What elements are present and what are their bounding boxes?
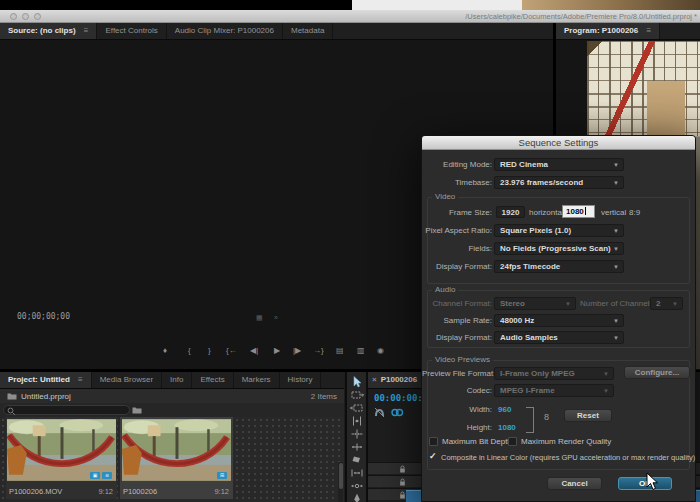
bin-name[interactable]: Untitled.prproj xyxy=(21,392,71,401)
preview-width-value[interactable]: 960 xyxy=(498,405,511,414)
preview-file-format-label: Preview File Format: xyxy=(422,369,492,378)
cancel-button[interactable]: Cancel xyxy=(547,477,602,490)
chevron-down-icon: ▼ xyxy=(603,371,609,377)
audio-badge-icon[interactable]: ≋ xyxy=(102,472,112,479)
tab-markers[interactable]: Markers xyxy=(234,372,280,388)
reset-button[interactable]: Reset xyxy=(564,409,612,422)
panel-menu-icon[interactable]: ≡ xyxy=(78,375,83,384)
ripple-edit-tool-icon[interactable] xyxy=(350,415,364,427)
selection-tool-icon[interactable] xyxy=(350,376,364,388)
export-frame-icon[interactable]: ◉ xyxy=(377,346,384,355)
track-lock-icon[interactable] xyxy=(399,478,406,487)
os-titlebar: /Users/calebpike/Documents/Adobe/Premier… xyxy=(0,10,700,23)
step-forward-icon[interactable]: |▶ xyxy=(293,346,301,355)
frame-width-field[interactable]: 1920 xyxy=(496,206,525,218)
video-previews-section-label: Video Previews xyxy=(432,355,493,364)
rate-stretch-tool-icon[interactable] xyxy=(350,441,364,453)
editing-mode-dropdown[interactable]: RED Cinema▼ xyxy=(494,158,624,171)
max-bit-depth-checkbox[interactable] xyxy=(429,437,438,446)
linked-selection-icon[interactable] xyxy=(390,407,404,418)
search-input[interactable] xyxy=(3,405,130,415)
text-caret xyxy=(585,207,586,215)
bin-folder-icon xyxy=(7,392,17,400)
project-panel: Project: Untitled ≡ Media Browser Info E… xyxy=(0,372,344,502)
max-render-quality-label: Maximum Render Quality xyxy=(521,437,611,446)
go-to-in-icon[interactable]: {← xyxy=(226,346,237,355)
tab-effect-controls[interactable]: Effect Controls xyxy=(97,23,166,39)
fields-label: Fields: xyxy=(422,244,492,253)
max-render-quality-checkbox[interactable] xyxy=(508,437,517,446)
go-to-out-icon[interactable]: →} xyxy=(313,346,324,355)
razor-tool-icon[interactable] xyxy=(350,454,364,466)
rolling-edit-tool-icon[interactable] xyxy=(350,428,364,440)
frame-height-input[interactable]: 1080 xyxy=(562,205,595,218)
preview-height-value[interactable]: 1080 xyxy=(498,423,516,432)
sample-rate-dropdown[interactable]: 48000 Hz▼ xyxy=(494,314,624,327)
dialog-title[interactable]: Sequence Settings xyxy=(422,136,695,150)
overwrite-icon[interactable]: ▥ xyxy=(357,346,365,355)
video-display-format-dropdown[interactable]: 24fps Timecode▼ xyxy=(494,260,624,273)
composite-linear-checkbox[interactable]: ✓ xyxy=(429,451,437,461)
tab-effects[interactable]: Effects xyxy=(192,372,233,388)
new-bin-icon[interactable] xyxy=(132,406,142,414)
tab-history[interactable]: History xyxy=(280,372,322,388)
ok-button[interactable]: OK xyxy=(618,477,672,490)
snap-toggle-icon[interactable] xyxy=(374,407,385,418)
close-tab-icon[interactable]: × xyxy=(368,375,381,384)
mark-in-icon[interactable]: { xyxy=(188,346,191,355)
clip-name: P1000206.MOV xyxy=(9,487,62,496)
search-icon xyxy=(7,407,16,416)
project-scrollbar[interactable] xyxy=(338,462,343,502)
clip-duration: 9:12 xyxy=(214,487,229,496)
track-select-forward-tool-icon[interactable] xyxy=(350,389,364,401)
project-bin-row: Untitled.prproj 2 Items xyxy=(0,389,344,403)
video-badge-icon[interactable]: ▣ xyxy=(90,472,100,479)
link-dimensions-icon[interactable]: 8 xyxy=(544,412,549,422)
pen-tool-icon[interactable] xyxy=(350,493,364,502)
clip-item-1[interactable]: ▣ ≋ P1000206.MOV 9:12 xyxy=(6,417,117,499)
editing-mode-label: Editing Mode: xyxy=(422,160,492,169)
mouse-cursor xyxy=(646,472,659,491)
clip-item-2-selected[interactable]: ⊞ P1000206 9:12 xyxy=(120,417,233,499)
fields-dropdown[interactable]: No Fields (Progressive Scan)▼ xyxy=(494,242,624,255)
tab-source-label: Source: (no clips) xyxy=(8,26,76,35)
pixel-aspect-ratio-dropdown[interactable]: Square Pixels (1.0)▼ xyxy=(494,224,624,237)
timeline-timecode[interactable]: 00:00:00:00 xyxy=(374,393,421,403)
tab-source-monitor[interactable]: Source: (no clips) ≡ xyxy=(0,23,97,39)
tab-project[interactable]: Project: Untitled ≡ xyxy=(0,372,92,388)
tab-media-browser[interactable]: Media Browser xyxy=(92,372,162,388)
tab-project-label: Project: Untitled xyxy=(8,375,70,384)
tab-audio-clip-mixer[interactable]: Audio Clip Mixer: P1000206 xyxy=(167,23,283,39)
slip-tool-icon[interactable] xyxy=(350,467,364,479)
item-count: 2 Items xyxy=(311,392,337,401)
traffic-light-close[interactable] xyxy=(10,13,17,20)
audio-display-format-dropdown[interactable]: Audio Samples▼ xyxy=(494,331,624,344)
channel-format-label: Channel Format: xyxy=(422,299,492,308)
panel-menu-icon[interactable]: ≡ xyxy=(647,26,652,35)
tab-metadata[interactable]: Metadata xyxy=(283,23,333,39)
chevron-down-icon: ▼ xyxy=(672,301,678,307)
clip-name: P1000206 xyxy=(123,487,157,496)
configure-button[interactable]: Configure... xyxy=(624,366,690,379)
source-timecode: 00;00;00;00 xyxy=(17,312,70,321)
play-icon[interactable]: ▶ xyxy=(274,346,280,355)
tab-info[interactable]: Info xyxy=(162,372,192,388)
track-select-backward-tool-icon[interactable] xyxy=(350,402,364,414)
traffic-light-zoom[interactable] xyxy=(34,13,41,20)
step-back-icon[interactable]: ◀| xyxy=(250,346,258,355)
button-editor-icon[interactable]: ▦ xyxy=(256,314,263,322)
traffic-light-minimize[interactable] xyxy=(22,13,29,20)
project-search-row xyxy=(0,403,344,417)
insert-icon[interactable]: ▤ xyxy=(336,346,344,355)
mark-out-icon[interactable]: } xyxy=(208,346,211,355)
tab-program-monitor[interactable]: Program: P1000206 ≡ xyxy=(556,23,660,39)
track-lock-icon[interactable] xyxy=(399,465,406,474)
slide-tool-icon[interactable] xyxy=(350,480,364,492)
add-marker-icon[interactable]: ♦ xyxy=(163,346,167,355)
dimension-bracket xyxy=(526,407,534,433)
panel-flyout-icon[interactable]: » xyxy=(274,314,278,321)
panel-menu-icon[interactable]: ≡ xyxy=(84,26,89,35)
track-lock-icon[interactable] xyxy=(399,491,406,500)
sequence-badge-icon[interactable]: ⊞ xyxy=(217,472,227,479)
timebase-dropdown[interactable]: 23.976 frames/second▼ xyxy=(494,176,624,189)
